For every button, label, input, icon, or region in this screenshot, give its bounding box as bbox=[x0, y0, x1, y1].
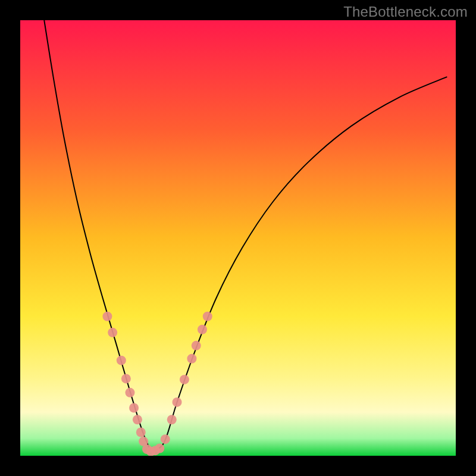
scatter-dot bbox=[173, 397, 182, 407]
watermark-text: TheBottleneck.com bbox=[343, 4, 468, 20]
scatter-dot bbox=[133, 415, 142, 424]
scatter-dot bbox=[187, 354, 196, 364]
chart-frame: TheBottleneck.com bbox=[0, 0, 476, 476]
scatter-dot bbox=[155, 444, 164, 453]
plot-gradient-area bbox=[20, 20, 456, 456]
scatter-dot bbox=[108, 328, 117, 337]
scatter-dot bbox=[125, 388, 134, 397]
curve-right-arm bbox=[151, 77, 447, 452]
chart-svg bbox=[20, 20, 456, 456]
curve-left-arm bbox=[44, 20, 151, 452]
scatter-dot bbox=[167, 415, 177, 424]
scatter-dot bbox=[180, 375, 189, 384]
scatter-dot bbox=[121, 374, 131, 383]
scatter-dot bbox=[129, 403, 139, 412]
scatter-dot bbox=[198, 325, 207, 334]
scatter-dot bbox=[136, 427, 146, 437]
scatter-dot bbox=[102, 312, 112, 321]
scatter-dot bbox=[203, 312, 212, 321]
scatter-dot bbox=[161, 434, 170, 444]
scatter-dot bbox=[117, 356, 126, 365]
scatter-dot bbox=[192, 341, 201, 350]
scatter-dots-group bbox=[102, 312, 212, 456]
